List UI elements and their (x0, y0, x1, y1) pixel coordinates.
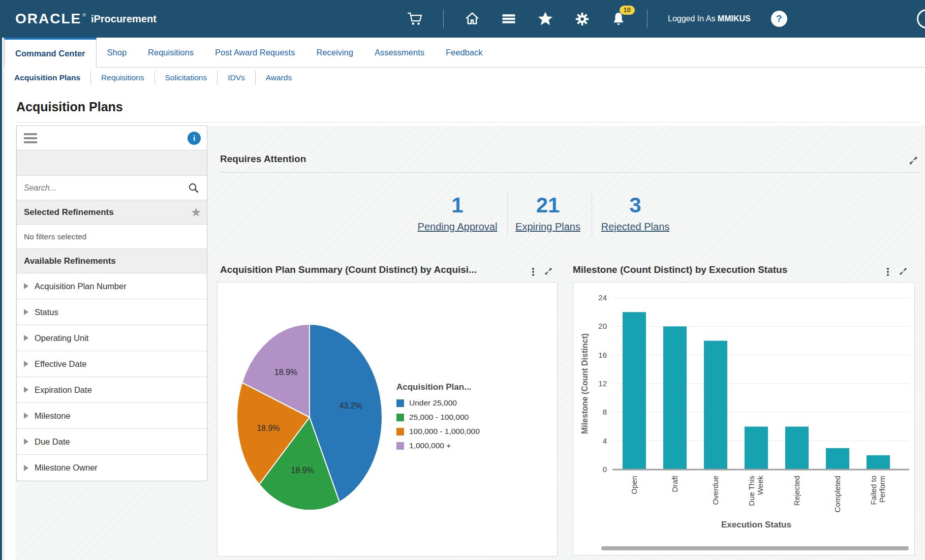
refinement-operating-unit[interactable]: Operating Unit (17, 325, 207, 351)
legend-swatch (396, 399, 404, 407)
kebab-menu-icon[interactable] (528, 266, 539, 277)
refinement-due-date[interactable]: Due Date (17, 429, 207, 455)
y-tick-label: 20 (598, 322, 607, 330)
legend-label: 100,000 - 1,000,000 (409, 427, 480, 436)
pie-slice-label: 43.2% (339, 401, 362, 410)
settings-gear-icon[interactable] (574, 11, 590, 27)
x-category-label-failed-to-perform: Failed toPerform (869, 476, 886, 505)
legend-item-25-000-100-000[interactable]: 25,000 - 100,000 (396, 413, 480, 422)
header-separator (443, 10, 444, 28)
search-icon[interactable] (188, 182, 200, 194)
title-divider (16, 122, 920, 122)
y-tick-label: 8 (603, 408, 607, 416)
logged-in-as: Logged In As MMIKUS (668, 14, 751, 23)
metric-link[interactable]: Rejected Plans (569, 221, 701, 233)
refinement-list: Acquisition Plan NumberStatusOperating U… (17, 273, 207, 481)
tab-receiving[interactable]: Receiving (305, 38, 363, 67)
username: MMIKUS (718, 14, 751, 23)
y-tick-label: 16 (598, 351, 607, 359)
subtab-strip: Acquisition PlansRequisitionsSolicitatio… (4, 68, 302, 87)
refinement-label: Milestone (35, 411, 71, 421)
search-input[interactable] (24, 183, 188, 193)
sidebar-menu-icon[interactable] (24, 133, 37, 143)
user-avatar-icon[interactable] (917, 9, 925, 28)
legend-label: Under 25,000 (409, 398, 457, 408)
metric-divider (507, 193, 508, 238)
tab-feedback[interactable]: Feedback (435, 38, 493, 67)
sidebar-collapsed-section[interactable] (17, 150, 207, 176)
legend-swatch (396, 442, 404, 450)
tab-command-center[interactable]: Command Center (4, 38, 97, 68)
bar-overdue[interactable] (704, 341, 727, 470)
bar-chart[interactable]: 04812162024OpenDraftOverdueDue ThisWeekR… (573, 283, 914, 555)
kebab-menu-icon[interactable] (882, 266, 893, 277)
expand-icon[interactable] (908, 155, 919, 166)
menu-icon[interactable] (501, 11, 517, 27)
favorites-star-icon[interactable]: ★ (191, 206, 201, 219)
bar-rejected[interactable] (785, 427, 809, 470)
x-category-label-draft: Draft (670, 475, 679, 492)
expand-icon[interactable] (898, 266, 909, 277)
metric-rejected-plans: 3 Rejected Plans (569, 194, 701, 233)
chevron-right-icon (24, 465, 28, 471)
pie-chart-panel: 43.2%18.9%18.9%18.9% Acquisition Plan...… (217, 282, 558, 556)
refinement-label: Milestone Owner (35, 463, 98, 473)
page-title: Acquisition Plans (16, 100, 123, 114)
subtab-acquisition-plans[interactable]: Acquisition Plans (4, 71, 90, 85)
bar-draft[interactable] (663, 326, 687, 470)
tab-assessments[interactable]: Assessments (364, 38, 435, 67)
refinement-acquisition-plan-number[interactable]: Acquisition Plan Number (17, 273, 207, 299)
favorites-star-icon[interactable] (537, 11, 553, 27)
y-axis-title: Milestone (Count Distinct) (580, 333, 589, 434)
refinement-expiration-date[interactable]: Expiration Date (17, 377, 207, 403)
expand-icon[interactable] (543, 266, 554, 277)
refinement-label: Operating Unit (35, 333, 88, 343)
page-left-edge-line (4, 38, 4, 560)
chevron-right-icon (24, 387, 28, 393)
tab-requisitions[interactable]: Requisitions (137, 38, 204, 67)
y-tick-label: 12 (598, 379, 607, 388)
subtab-solicitations[interactable]: Solicitations (155, 71, 218, 85)
legend-item-1-000-000[interactable]: 1,000,000 + (396, 441, 480, 450)
refinement-effective-date[interactable]: Effective Date (17, 351, 207, 377)
x-category-label-rejected: Rejected (792, 476, 801, 506)
y-tick-label: 24 (598, 293, 607, 302)
subtab-idvs[interactable]: IDVs (217, 71, 255, 85)
y-tick-label: 4 (603, 437, 607, 445)
help-icon[interactable]: ? (771, 11, 787, 27)
metric-divider (592, 193, 592, 238)
subtab-awards[interactable]: Awards (255, 71, 302, 85)
bar-chart-panel: 04812162024OpenDraftOverdueDue ThisWeekR… (573, 282, 915, 555)
header-separator (647, 10, 648, 28)
pie-chart[interactable]: 43.2%18.9%18.9%18.9% (218, 283, 557, 556)
no-filters-text: No filters selected (24, 232, 86, 241)
refinement-milestone-owner[interactable]: Milestone Owner (17, 455, 207, 481)
legend-item-under-25-000[interactable]: Under 25,000 (396, 398, 480, 408)
cart-icon[interactable] (407, 11, 423, 27)
tab-post-award-requests[interactable]: Post Award Requests (204, 38, 305, 67)
legend-swatch (396, 428, 404, 435)
subtab-requisitions[interactable]: Requisitions (90, 71, 154, 85)
refinement-milestone[interactable]: Milestone (17, 403, 207, 429)
bar-open[interactable] (623, 312, 646, 470)
info-icon[interactable]: i (188, 132, 201, 145)
refinement-status[interactable]: Status (17, 299, 207, 325)
refinements-sidebar: i Selected Refinements ★ No filters sele… (16, 126, 207, 481)
refinement-label: Acquisition Plan Number (35, 282, 127, 291)
bar-due-this-week[interactable] (745, 427, 768, 470)
legend-title: Acquisition Plan... (396, 382, 480, 392)
home-icon[interactable] (464, 11, 480, 27)
section-divider (220, 172, 920, 173)
available-refinements-title: Available Refinements (24, 256, 116, 266)
pie-panel-title: Acquisition Plan Summary (Count Distinct… (220, 264, 517, 275)
notification-badge: 10 (620, 6, 635, 15)
chevron-right-icon (24, 413, 28, 419)
legend-item-100-000-1-000-000[interactable]: 100,000 - 1,000,000 (396, 427, 480, 436)
notifications-bell-icon[interactable]: 10 (610, 11, 627, 27)
tab-shop[interactable]: Shop (97, 38, 138, 67)
y-tick-label: 0 (603, 465, 607, 474)
horizontal-scrollbar[interactable] (601, 546, 909, 550)
x-category-label-overdue: Overdue (711, 476, 720, 505)
bar-failed-to-perform[interactable] (867, 455, 890, 470)
bar-completed[interactable] (826, 448, 849, 470)
